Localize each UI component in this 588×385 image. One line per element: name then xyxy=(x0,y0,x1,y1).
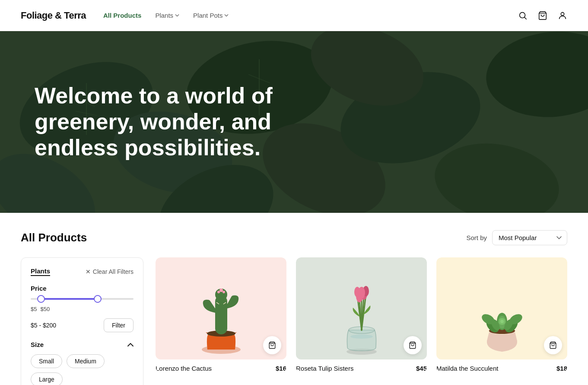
price-thumb-left[interactable] xyxy=(37,295,45,303)
product-info: Lorenzo the Cactus $16 xyxy=(156,359,286,372)
chevron-down-icon xyxy=(224,14,229,17)
price-fill xyxy=(41,298,98,300)
size-btn-small[interactable]: Small xyxy=(31,354,62,368)
active-filter-tag: Plants xyxy=(31,267,50,276)
product-image-container xyxy=(436,257,567,359)
nav-links: All Products Plants Plant Pots xyxy=(103,12,229,19)
site-logo: Foliage & Terra xyxy=(21,10,86,21)
price-filter: Price $5 $50 $5 - $200 Filter xyxy=(31,285,133,332)
size-buttons: Small Medium Large xyxy=(31,354,133,385)
svg-point-31 xyxy=(350,334,373,339)
product-card[interactable]: Matilda the Succulent $18 xyxy=(436,257,567,372)
clear-filters-button[interactable]: ✕ Clear All Filters xyxy=(86,268,133,275)
filter-sidebar: Plants ✕ Clear All Filters Price $5 xyxy=(21,257,143,385)
svg-point-26 xyxy=(219,289,223,292)
hero-section: Welcome to a world of greenery, wonder, … xyxy=(0,31,588,213)
product-name: Lorenzo the Cactus xyxy=(156,365,212,372)
hero-headline: Welcome to a world of greenery, wonder, … xyxy=(35,83,302,160)
product-name: Roseta Tulip Sisters xyxy=(296,365,353,372)
product-price: $18 xyxy=(556,365,567,372)
user-icon[interactable] xyxy=(558,11,567,20)
size-filter: Size Small Medium Large xyxy=(31,341,133,385)
bag-icon[interactable] xyxy=(538,11,547,20)
chevron-down-icon xyxy=(175,14,179,17)
product-card[interactable]: Lorenzo the Cactus $16 xyxy=(156,257,286,372)
product-info: Roseta Tulip Sisters $45 xyxy=(296,359,427,372)
product-image-container xyxy=(156,257,286,359)
svg-point-27 xyxy=(217,291,220,293)
product-info: Matilda the Succulent $18 xyxy=(436,359,567,372)
product-grid: Lorenzo the Cactus $16 xyxy=(156,257,567,372)
price-max: $50 xyxy=(40,306,50,312)
product-name: Matilda the Succulent xyxy=(436,365,498,372)
nav-actions xyxy=(518,11,567,20)
sort-select[interactable]: Most Popular Newest Price: Low to High P… xyxy=(492,230,567,245)
svg-point-28 xyxy=(222,291,225,293)
products-section: All Products Sort by Most Popular Newest… xyxy=(0,213,588,385)
clear-x-icon: ✕ xyxy=(86,268,91,275)
filter-header: Plants ✕ Clear All Filters xyxy=(31,267,133,276)
hero-text-block: Welcome to a world of greenery, wonder, … xyxy=(35,83,302,160)
svg-point-41 xyxy=(358,287,365,299)
svg-point-1 xyxy=(561,12,564,15)
price-range-row: $5 - $200 Filter xyxy=(31,318,133,332)
products-header: All Products Sort by Most Popular Newest… xyxy=(21,230,567,245)
product-price: $16 xyxy=(276,365,286,372)
size-filter-header: Size xyxy=(31,341,133,348)
price-label: Price xyxy=(31,285,133,292)
navbar: Foliage & Terra All Products Plants Plan… xyxy=(0,0,588,31)
search-icon[interactable] xyxy=(518,11,528,20)
price-range-text: $5 - $200 xyxy=(31,322,56,329)
sort-container: Sort by Most Popular Newest Price: Low t… xyxy=(466,230,567,245)
products-title: All Products xyxy=(21,231,87,244)
filter-apply-button[interactable]: Filter xyxy=(104,318,133,332)
clear-filters-label: Clear All Filters xyxy=(93,268,133,275)
size-label: Size xyxy=(31,341,44,348)
price-track xyxy=(31,298,133,300)
price-thumb-right[interactable] xyxy=(94,295,102,303)
size-collapse-icon[interactable] xyxy=(127,343,133,347)
products-layout: Plants ✕ Clear All Filters Price $5 xyxy=(21,257,567,385)
product-price: $45 xyxy=(416,365,427,372)
nav-plants[interactable]: Plants xyxy=(155,12,179,19)
nav-plant-pots[interactable]: Plant Pots xyxy=(193,12,229,19)
price-min: $5 xyxy=(31,306,37,312)
sort-label: Sort by xyxy=(466,234,487,241)
price-values: $5 $50 xyxy=(31,306,133,312)
price-range-slider[interactable] xyxy=(31,298,133,300)
product-image-container xyxy=(296,257,427,359)
size-btn-large[interactable]: Large xyxy=(31,372,63,385)
svg-point-52 xyxy=(500,320,504,323)
product-card[interactable]: Roseta Tulip Sisters $45 xyxy=(296,257,427,372)
size-btn-medium[interactable]: Medium xyxy=(67,354,105,368)
nav-all-products[interactable]: All Products xyxy=(103,12,141,19)
svg-rect-20 xyxy=(215,295,227,334)
